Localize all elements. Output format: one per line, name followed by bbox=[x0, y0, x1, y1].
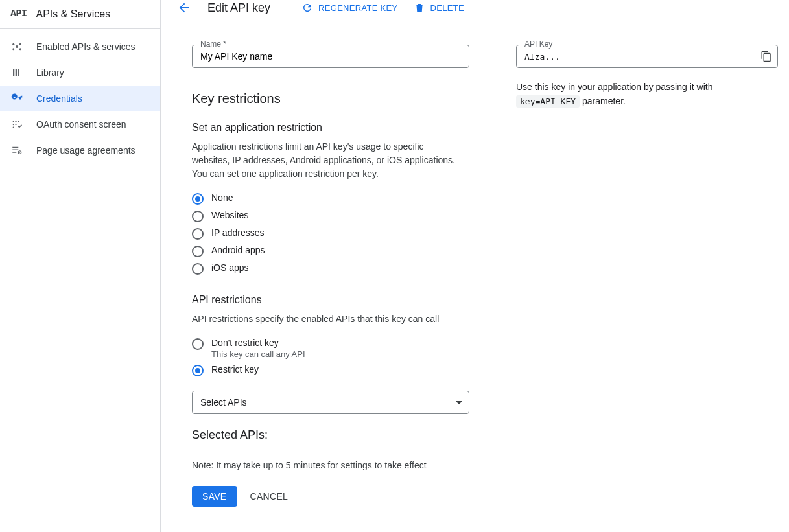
sidebar-item-oauth[interactable]: OAuth consent screen bbox=[0, 111, 160, 137]
help-code-chip: key=API_KEY bbox=[516, 95, 580, 108]
api-restriction-radio-group: Don't restrict key This key can call any… bbox=[192, 338, 469, 376]
settings-note: Note: It may take up to 5 minutes for se… bbox=[192, 460, 469, 470]
regenerate-key-button[interactable]: Regenerate key bbox=[301, 2, 397, 14]
consent-icon bbox=[10, 118, 23, 131]
back-button[interactable] bbox=[176, 0, 192, 16]
radio-icon bbox=[192, 193, 204, 205]
library-icon bbox=[10, 66, 23, 79]
svg-point-13 bbox=[13, 126, 14, 128]
right-column: API Key AIza... Use this key in your app… bbox=[516, 45, 778, 507]
refresh-icon bbox=[301, 2, 313, 14]
svg-point-12 bbox=[15, 124, 16, 125]
radio-dont-restrict[interactable]: Don't restrict key This key can call any… bbox=[192, 338, 469, 359]
radio-restrict-key[interactable]: Restrict key bbox=[192, 364, 469, 376]
delete-label: Delete bbox=[430, 3, 464, 13]
name-input[interactable] bbox=[193, 51, 469, 62]
select-placeholder: Select APIs bbox=[200, 397, 247, 408]
key-icon bbox=[10, 92, 23, 105]
svg-rect-14 bbox=[12, 147, 18, 148]
left-column: Name * Key restrictions Set an applicati… bbox=[192, 45, 469, 507]
copy-icon bbox=[760, 51, 772, 62]
svg-point-11 bbox=[13, 124, 14, 125]
svg-point-0 bbox=[16, 45, 18, 48]
radio-ip[interactable]: IP addresses bbox=[192, 227, 469, 240]
sidebar-item-library[interactable]: Library bbox=[0, 60, 160, 86]
api-key-field: API Key AIza... bbox=[516, 45, 778, 68]
api-key-value: AIza... bbox=[517, 52, 755, 62]
radio-websites[interactable]: Websites bbox=[192, 210, 469, 222]
api-restriction-heading: API restrictions bbox=[192, 294, 469, 306]
svg-point-18 bbox=[19, 152, 21, 153]
radio-sublabel: This key can call any API bbox=[211, 349, 305, 359]
svg-rect-15 bbox=[12, 150, 18, 151]
svg-point-1 bbox=[12, 43, 14, 45]
sidebar-item-label: OAuth consent screen bbox=[36, 119, 126, 130]
sidebar-item-enabled-apis[interactable]: Enabled APIs & services bbox=[0, 34, 160, 60]
svg-rect-7 bbox=[18, 69, 19, 76]
svg-point-3 bbox=[12, 48, 14, 50]
sidebar-item-page-usage[interactable]: Page usage agreements bbox=[0, 137, 160, 163]
help-pre: Use this key in your application by pass… bbox=[516, 82, 712, 92]
radio-label: Websites bbox=[211, 210, 248, 220]
radio-label: Don't restrict key bbox=[211, 338, 305, 348]
sidebar: API APIs & Services Enabled APIs & servi… bbox=[0, 0, 161, 532]
svg-point-10 bbox=[18, 121, 19, 122]
app-restriction-desc: Application restrictions limit an API ke… bbox=[192, 140, 458, 181]
product-title: APIs & Services bbox=[36, 8, 111, 20]
sidebar-item-label: Credentials bbox=[36, 93, 82, 104]
api-key-help: Use this key in your application by pass… bbox=[516, 80, 778, 109]
list-settings-icon bbox=[10, 144, 23, 157]
sidebar-nav: Enabled APIs & services Library Credenti… bbox=[0, 29, 160, 163]
radio-icon bbox=[192, 246, 204, 257]
app-restriction-heading: Set an application restriction bbox=[192, 122, 469, 133]
app-restriction-radio-group: None Websites IP addresses Android apps bbox=[192, 192, 469, 275]
product-logo: API bbox=[10, 8, 27, 19]
svg-point-9 bbox=[15, 121, 16, 122]
sidebar-item-credentials[interactable]: Credentials bbox=[0, 86, 160, 111]
radio-ios[interactable]: iOS apps bbox=[192, 262, 469, 275]
sidebar-item-label: Enabled APIs & services bbox=[36, 41, 135, 52]
select-apis-dropdown[interactable]: Select APIs bbox=[192, 391, 469, 414]
radio-none[interactable]: None bbox=[192, 192, 469, 205]
radio-label: iOS apps bbox=[211, 262, 249, 273]
radio-label: Restrict key bbox=[211, 364, 259, 375]
help-post: parameter. bbox=[582, 96, 626, 106]
svg-point-4 bbox=[19, 48, 21, 50]
svg-point-2 bbox=[19, 43, 21, 45]
hub-icon bbox=[10, 40, 23, 53]
radio-label: IP addresses bbox=[211, 227, 264, 238]
sidebar-item-label: Page usage agreements bbox=[36, 145, 135, 156]
radio-icon bbox=[192, 338, 204, 350]
dropdown-arrow-icon bbox=[456, 401, 462, 404]
radio-icon bbox=[192, 263, 204, 275]
radio-icon bbox=[192, 211, 204, 222]
main-content: Edit API key Regenerate key Delete Name … bbox=[161, 0, 789, 532]
key-restrictions-heading: Key restrictions bbox=[192, 91, 469, 106]
cancel-button[interactable]: Cancel bbox=[250, 491, 289, 502]
svg-rect-16 bbox=[12, 152, 16, 153]
save-button[interactable]: Save bbox=[192, 486, 237, 507]
name-field-label: Name * bbox=[198, 40, 229, 49]
page-title: Edit API key bbox=[207, 1, 270, 15]
api-restriction-desc: API restrictions specify the enabled API… bbox=[192, 312, 458, 326]
delete-button[interactable]: Delete bbox=[414, 2, 464, 14]
name-field[interactable]: Name * bbox=[192, 45, 469, 68]
topbar: Edit API key Regenerate key Delete bbox=[161, 0, 789, 16]
radio-android[interactable]: Android apps bbox=[192, 245, 469, 257]
radio-icon bbox=[192, 228, 204, 240]
trash-icon bbox=[414, 2, 425, 14]
copy-key-button[interactable] bbox=[755, 45, 777, 67]
radio-label: Android apps bbox=[211, 245, 265, 255]
api-key-label: API Key bbox=[522, 40, 555, 49]
selected-apis-heading: Selected APIs: bbox=[192, 428, 469, 442]
sidebar-header: API APIs & Services bbox=[0, 0, 160, 29]
svg-rect-6 bbox=[16, 69, 17, 76]
svg-point-8 bbox=[13, 121, 14, 122]
sidebar-item-label: Library bbox=[36, 67, 64, 78]
radio-icon bbox=[192, 365, 204, 376]
radio-label: None bbox=[211, 192, 233, 203]
regenerate-label: Regenerate key bbox=[318, 3, 397, 13]
arrow-back-icon bbox=[177, 1, 191, 15]
svg-rect-5 bbox=[13, 69, 14, 76]
